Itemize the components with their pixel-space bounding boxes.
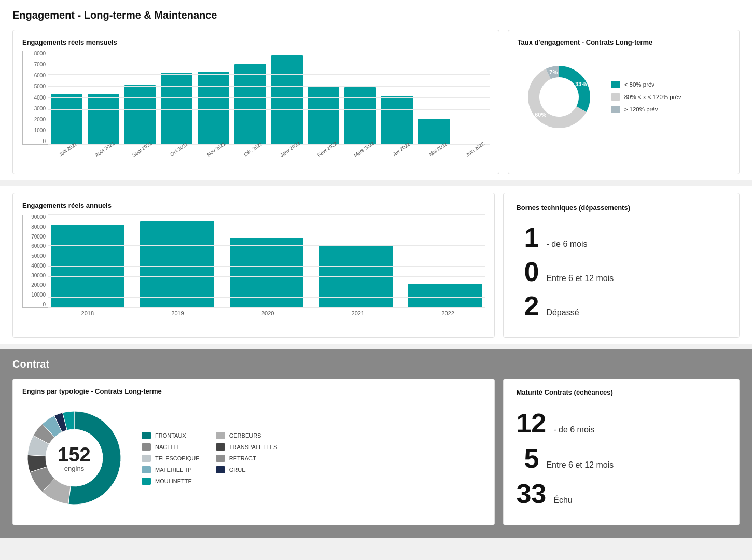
maturite-number: 33 (516, 480, 546, 507)
maturite-row: 12- de 6 mois (516, 410, 727, 437)
monthly-y-label: 1000 (23, 128, 46, 133)
engins-legend-label: TRANSPALETTES (229, 444, 277, 450)
engins-center: 152 engins (58, 445, 90, 472)
engins-legend-color (142, 478, 151, 485)
engins-legend-color (142, 455, 151, 462)
monthly-bar (198, 72, 229, 145)
annual-bar (230, 238, 303, 307)
donut-label: 33% (575, 81, 587, 87)
engins-donut-wrapper: 152 engins (22, 406, 126, 511)
bar-wrap (408, 284, 482, 307)
engins-legend-color (142, 466, 151, 473)
bornes-row: 0Entre 6 et 12 mois (516, 258, 727, 285)
annual-bar-area: 0100002000030000400005000060000700008000… (22, 215, 485, 308)
donut-chart-card: Taux d'engagement - Contrats Long-terme … (508, 30, 740, 174)
engins-donut-area: 152 engins FRONTAUXGERBEURSNACELLETRANSP… (22, 400, 485, 516)
engins-legend-label: MOULINETTE (155, 478, 192, 484)
legend-label: < 80% prév (624, 81, 655, 88)
annual-x-label: 2022 (411, 310, 485, 316)
bornes-number: 0 (516, 258, 539, 285)
annual-y-label: 50000 (23, 254, 46, 259)
monthly-bar (124, 85, 156, 144)
top-section: Engagement - Long-terme & Maintenance En… (0, 0, 752, 180)
engins-legend-label: FRONTAUX (155, 432, 186, 439)
annual-bar (319, 245, 393, 307)
monthly-bar (344, 87, 376, 144)
monthly-bar (51, 94, 82, 144)
maturite-label: Échu (553, 496, 572, 505)
engins-legend-color (216, 432, 225, 439)
bornes-label: - de 6 mois (546, 240, 587, 249)
engins-legend-color (216, 455, 225, 462)
bornes-label: Entre 6 et 12 mois (546, 274, 614, 283)
legend-label: > 120% prév (624, 106, 658, 113)
monthly-bar (381, 96, 413, 144)
maturite-row: 5Entre 6 et 12 mois (516, 445, 727, 472)
monthly-chart-title: Engagements réels mensuels (22, 38, 490, 46)
monthly-bar-area: 010002000300040005000600070008000 (22, 51, 490, 145)
legend-color (611, 81, 620, 88)
engins-legend-label: GERBEURS (229, 432, 261, 439)
legend-color (611, 93, 620, 101)
bar-wrap (51, 225, 124, 307)
bornes-row: 2Dépassé (516, 292, 727, 319)
annual-gridline (48, 307, 485, 308)
bar-wrap (230, 238, 303, 307)
page: Engagement - Long-terme & Maintenance En… (0, 0, 752, 560)
bar-wrap (88, 94, 119, 144)
legend-color (611, 106, 620, 113)
monthly-bar (308, 86, 340, 145)
legend-item: > 120% prév (611, 106, 681, 113)
engins-legend-label: NACELLE (155, 444, 181, 450)
bar-wrap (234, 64, 266, 144)
monthly-bar (234, 64, 266, 144)
monthly-bars-group (48, 51, 490, 144)
bar-wrap (319, 245, 393, 307)
engins-legend-item: MATERIEL TP (142, 466, 203, 473)
monthly-y-axis: 010002000300040005000600070008000 (23, 51, 46, 144)
bar-wrap (308, 86, 340, 145)
annual-y-label: 10000 (23, 292, 46, 298)
bornes-row: 1- de 6 mois (516, 224, 727, 251)
annual-x-label: 2019 (141, 310, 215, 316)
annual-y-label: 30000 (23, 273, 46, 278)
annual-chart-card: Engagements réels annuels 01000020000300… (12, 193, 495, 338)
maturite-number: 12 (516, 410, 546, 437)
donut-legend: < 80% prév80% < x < 120% prév> 120% prév (611, 81, 681, 113)
maturite-row: 33Échu (516, 480, 727, 507)
annual-y-label: 0 (23, 302, 46, 307)
donut-segment (559, 66, 590, 112)
annual-bar (51, 225, 124, 307)
bornes-title: Bornes techniques (dépassements) (516, 204, 727, 212)
donut-area: 33%60%7% < 80% prév80% < x < 120% prév> … (518, 51, 730, 138)
bar-wrap (198, 72, 229, 145)
bornes-label: Dépassé (546, 308, 579, 317)
annual-x-label: 2021 (321, 310, 395, 316)
annual-y-label: 70000 (23, 234, 46, 240)
donut-label: 7% (549, 69, 558, 75)
mid-charts-row: Engagements réels annuels 01000020000300… (12, 193, 740, 338)
maturite-title: Maturité Contrats (échéances) (516, 388, 727, 396)
monthly-y-label: 4000 (23, 95, 46, 101)
engins-number: 152 (58, 445, 90, 465)
annual-y-label: 20000 (23, 283, 46, 288)
engins-legend-item: RETRACT (216, 455, 277, 462)
bornes-number: 1 (516, 224, 539, 251)
monthly-y-label: 5000 (23, 84, 46, 89)
engins-legend-label: RETRACT (229, 455, 256, 461)
bar-wrap (161, 73, 192, 144)
engins-legend-item: TRANSPALETTES (216, 443, 277, 451)
monthly-bar (271, 55, 303, 144)
monthly-bar (161, 73, 192, 144)
engins-legend-color (216, 443, 225, 451)
annual-y-label: 60000 (23, 244, 46, 249)
maturite-number: 5 (516, 445, 539, 472)
annual-y-label: 80000 (23, 225, 46, 230)
donut-svg: 33%60%7% (518, 55, 601, 138)
engins-chart-title: Engins par typologie - Contrats Long-ter… (22, 387, 485, 395)
bornes-number: 2 (516, 292, 539, 319)
annual-x-labels: 20182019202020212022 (22, 310, 485, 316)
top-charts-row: Engagements réels mensuels 0100020003000… (12, 30, 740, 174)
contrat-title: Contrat (12, 358, 740, 370)
engins-legend-item: FRONTAUX (142, 432, 203, 439)
